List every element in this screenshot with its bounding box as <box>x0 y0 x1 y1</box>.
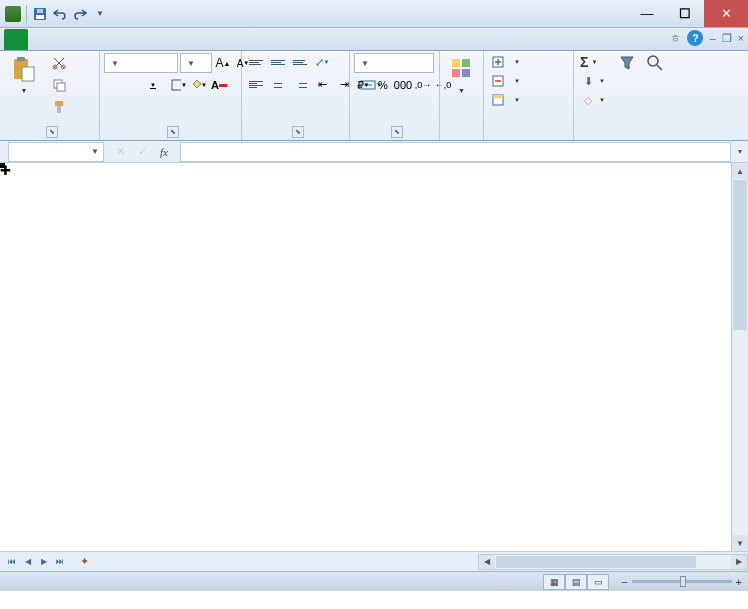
cut-icon[interactable] <box>48 53 70 73</box>
undo-icon[interactable] <box>51 5 69 23</box>
clipboard-launcher[interactable]: ⬊ <box>46 126 58 138</box>
increase-decimal-icon[interactable]: ,0→ <box>414 76 432 94</box>
title-bar: ▼ — ☐ ✕ <box>0 0 748 28</box>
sort-filter-icon <box>617 53 637 73</box>
align-right-icon[interactable] <box>290 75 310 93</box>
sheet-nav-first-icon[interactable]: ⏮ <box>4 554 20 570</box>
format-cells-button[interactable]: ▼ <box>488 91 522 109</box>
cancel-formula-icon[interactable]: ✕ <box>110 143 130 161</box>
page-layout-view-icon[interactable]: ▤ <box>565 574 587 590</box>
normal-view-icon[interactable]: ▦ <box>543 574 565 590</box>
grow-font-icon[interactable]: A▲ <box>214 54 232 72</box>
align-left-icon[interactable] <box>246 75 266 93</box>
quick-access-toolbar: ▼ <box>0 5 113 23</box>
insert-cells-icon <box>490 54 506 70</box>
clear-icon: ◇ <box>580 92 596 108</box>
sheet-nav-last-icon[interactable]: ⏭ <box>52 554 68 570</box>
win-restore-icon[interactable]: ❐ <box>722 32 732 45</box>
comma-icon[interactable]: 000 <box>394 76 412 94</box>
sheet-nav-prev-icon[interactable]: ◀ <box>20 554 36 570</box>
svg-rect-2 <box>37 9 43 13</box>
decrease-indent-icon[interactable]: ⇤ <box>312 75 332 93</box>
svg-rect-17 <box>462 69 470 77</box>
styles-icon <box>446 55 478 83</box>
close-button[interactable]: ✕ <box>704 0 748 27</box>
format-cells-icon <box>490 92 506 108</box>
zoom-in-icon[interactable]: + <box>736 576 742 588</box>
new-sheet-icon[interactable]: ✦ <box>72 555 96 568</box>
delete-cells-button[interactable]: ▼ <box>488 72 522 90</box>
file-tab[interactable] <box>4 29 28 50</box>
align-center-icon[interactable] <box>268 75 288 93</box>
copy-icon[interactable] <box>48 75 70 95</box>
sheet-tab-bar: ⏮ ◀ ▶ ⏭ ✦ ◀ ▶ <box>0 551 748 571</box>
find-select-button[interactable] <box>645 53 665 73</box>
italic-button[interactable] <box>124 76 142 94</box>
svg-rect-14 <box>452 59 460 67</box>
align-top-icon[interactable] <box>246 53 266 71</box>
font-name-combo[interactable]: ▼ <box>104 53 178 73</box>
save-icon[interactable] <box>31 5 49 23</box>
svg-rect-16 <box>452 69 460 77</box>
align-middle-icon[interactable] <box>268 53 288 71</box>
orientation-icon[interactable]: ⤢▼ <box>312 53 332 71</box>
minimize-ribbon-icon[interactable]: ㅎ <box>670 31 681 46</box>
fill-color-icon[interactable]: ▼ <box>190 76 208 94</box>
font-color-icon[interactable]: A <box>210 76 228 94</box>
win-minimize-icon[interactable]: – <box>709 32 715 44</box>
maximize-button[interactable]: ☐ <box>666 0 704 27</box>
worksheet-grid[interactable]: ✚ ▲ ▼ <box>0 163 748 551</box>
align-bottom-icon[interactable] <box>290 53 310 71</box>
minimize-button[interactable]: — <box>628 0 666 27</box>
format-painter-icon[interactable] <box>48 97 70 117</box>
page-break-view-icon[interactable]: ▭ <box>587 574 609 590</box>
insert-function-icon[interactable]: fx <box>154 143 174 161</box>
qat-customize-icon[interactable]: ▼ <box>91 5 109 23</box>
svg-rect-5 <box>22 67 34 81</box>
insert-cells-button[interactable]: ▼ <box>488 53 522 71</box>
svg-rect-9 <box>57 83 65 91</box>
svg-rect-10 <box>55 101 63 106</box>
delete-cells-icon <box>490 73 506 89</box>
currency-icon[interactable]: ₽▼ <box>354 76 372 94</box>
zoom-out-icon[interactable]: − <box>621 576 627 588</box>
ribbon: ▼ ⬊ ▼ ▼ A▲ A▼ ▼ <box>0 51 748 141</box>
ribbon-tabs: ㅎ ? – ❐ × <box>0 28 748 51</box>
alignment-launcher[interactable]: ⬊ <box>292 126 304 138</box>
app-icon[interactable] <box>4 5 22 23</box>
horizontal-scrollbar[interactable]: ◀ ▶ <box>478 554 748 570</box>
formula-input[interactable] <box>180 142 731 162</box>
sort-filter-button[interactable] <box>617 53 637 73</box>
clear-button[interactable]: ◇▼ <box>578 91 607 109</box>
status-bar: ▦ ▤ ▭ − + <box>0 571 748 591</box>
enter-formula-icon[interactable]: ✓ <box>132 143 152 161</box>
svg-rect-15 <box>462 59 470 67</box>
borders-icon[interactable]: ▼ <box>170 76 188 94</box>
font-size-combo[interactable]: ▼ <box>180 53 212 73</box>
paste-button[interactable]: ▼ <box>4 53 44 96</box>
formula-bar: ▼ ✕ ✓ fx ▾ <box>0 141 748 163</box>
sheet-nav-next-icon[interactable]: ▶ <box>36 554 52 570</box>
svg-rect-1 <box>36 15 44 19</box>
underline-button[interactable]: ▼ <box>144 76 162 94</box>
percent-icon[interactable]: % <box>374 76 392 94</box>
redo-icon[interactable] <box>71 5 89 23</box>
win-close-icon[interactable]: × <box>738 32 744 44</box>
svg-point-22 <box>648 56 658 66</box>
svg-rect-11 <box>57 106 61 113</box>
autosum-button[interactable]: Σ▼ <box>578 53 607 71</box>
number-format-combo[interactable]: ▼ <box>354 53 434 73</box>
font-launcher[interactable]: ⬊ <box>167 126 179 138</box>
help-icon[interactable]: ? <box>687 30 703 46</box>
bold-button[interactable] <box>104 76 122 94</box>
vertical-scrollbar[interactable]: ▲ ▼ <box>731 163 748 551</box>
expand-formula-bar-icon[interactable]: ▾ <box>731 147 748 156</box>
styles-button[interactable]: ▼ <box>442 53 482 96</box>
number-launcher[interactable]: ⬊ <box>391 126 403 138</box>
name-box[interactable]: ▼ <box>8 142 104 162</box>
zoom-slider[interactable] <box>632 580 732 583</box>
paste-icon <box>8 55 40 83</box>
cell-cursor-icon: ✚ <box>0 163 11 178</box>
svg-rect-12 <box>172 80 181 90</box>
fill-button[interactable]: ⬇▼ <box>578 72 607 90</box>
